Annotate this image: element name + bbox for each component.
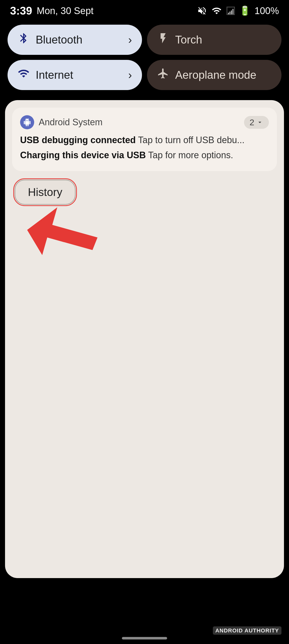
notification-line-1: USB debugging connected Tap to turn off …: [20, 133, 269, 147]
battery-percentage: 100%: [255, 6, 279, 16]
wifi-icon: [211, 6, 222, 16]
android-system-icon: [20, 115, 34, 129]
aeroplane-icon: [157, 67, 169, 83]
aeroplane-tile[interactable]: Aeroplane mode: [147, 60, 281, 90]
status-time: 3:39: [10, 5, 32, 17]
status-date: Mon, 30 Sept: [37, 6, 93, 16]
annotation-arrow: [27, 207, 98, 263]
bluetooth-chevron: ›: [128, 33, 132, 46]
notification-header-left: Android System: [20, 115, 103, 129]
status-left: 3:39 Mon, 30 Sept: [10, 5, 93, 17]
bluetooth-tile[interactable]: Bluetooth ›: [8, 25, 142, 55]
status-bar: 3:39 Mon, 30 Sept 🔋 100%: [0, 0, 289, 20]
wifi-tile-icon: [18, 67, 30, 83]
red-arrow-icon: [27, 207, 98, 263]
notification-line-2: Charging this device via USB Tap for mor…: [20, 148, 269, 162]
internet-chevron: ›: [128, 69, 132, 81]
notification-count: 2: [250, 117, 254, 127]
mute-icon: [197, 6, 207, 16]
chevron-down-icon: [256, 119, 263, 126]
home-indicator[interactable]: [122, 637, 167, 639]
signal-icon: [226, 6, 235, 16]
notification-count-badge[interactable]: 2: [244, 116, 269, 129]
torch-icon: [157, 32, 169, 47]
quick-settings-panel: Bluetooth › Torch Internet › Aeroplane m…: [0, 20, 289, 98]
notification-header: Android System 2: [20, 115, 269, 129]
battery-icon: 🔋: [239, 6, 251, 16]
bluetooth-label: Bluetooth: [36, 33, 122, 46]
status-right: 🔋 100%: [197, 6, 279, 16]
bluetooth-icon: [18, 32, 30, 47]
notification-card[interactable]: Android System 2 USB debugging connected…: [12, 108, 277, 171]
torch-label: Torch: [175, 33, 271, 46]
internet-tile[interactable]: Internet ›: [8, 60, 142, 90]
history-button[interactable]: History: [15, 180, 76, 205]
watermark: ANDROID AUTHORITY: [213, 627, 281, 634]
internet-label: Internet: [36, 69, 122, 81]
notification-area: Android System 2 USB debugging connected…: [5, 100, 284, 578]
svg-marker-0: [27, 207, 98, 255]
notification-app-name: Android System: [39, 117, 103, 128]
torch-tile[interactable]: Torch: [147, 25, 281, 55]
aeroplane-label: Aeroplane mode: [175, 69, 271, 81]
